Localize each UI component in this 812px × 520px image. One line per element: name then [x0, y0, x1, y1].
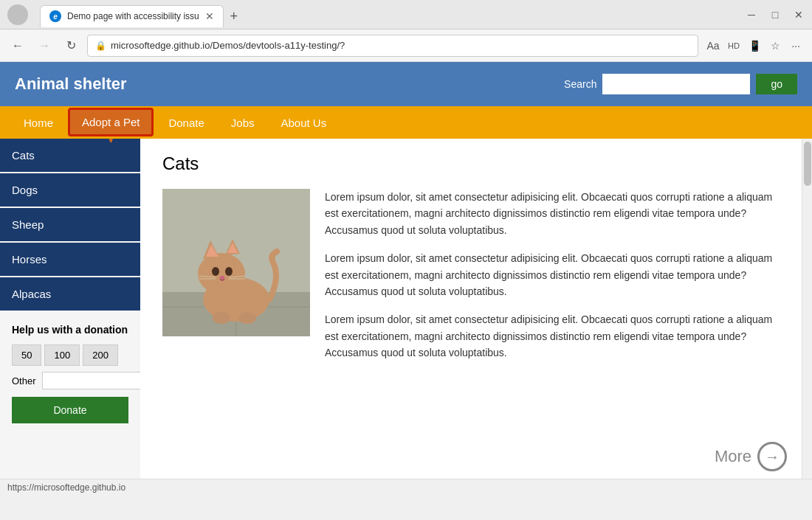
search-input[interactable] — [602, 74, 750, 94]
sidebar-item-cats[interactable]: Cats — [0, 139, 140, 172]
sidebar-item-sheep[interactable]: Sheep — [0, 208, 140, 241]
sidebar-item-horses[interactable]: Horses — [0, 243, 140, 276]
donation-other-label: Other — [12, 375, 36, 386]
more-label: More — [715, 447, 751, 466]
nav-item-adopt[interactable]: Adopt a Pet — [68, 108, 154, 136]
donation-section: Help us with a donation 50 100 200 Other… — [0, 312, 140, 435]
tab-bar: Demo page with accessibility issu ✕ + — [34, 2, 250, 27]
donate-button[interactable]: Donate — [12, 397, 128, 423]
address-text: microsoftedge.github.io/Demos/devtools-a… — [111, 40, 345, 51]
more-circle-icon: → — [757, 442, 787, 471]
content-area: Cats — [140, 139, 802, 479]
svg-point-17 — [213, 312, 230, 324]
content-paragraph-2: Lorem ipsum dolor, sit amet consectetur … — [325, 250, 780, 299]
back-button[interactable]: ← — [7, 35, 28, 56]
donation-amount-50[interactable]: 50 — [12, 344, 41, 366]
new-tab-button[interactable]: + — [224, 7, 244, 27]
donation-amount-100[interactable]: 100 — [44, 344, 80, 366]
restore-button[interactable]: □ — [769, 9, 781, 21]
browser-window: Demo page with accessibility issu ✕ + ─ … — [0, 0, 812, 62]
title-bar-left: Demo page with accessibility issu ✕ + — [7, 2, 740, 27]
cast-icon[interactable]: 📱 — [746, 37, 763, 55]
address-icons: Aa HD 📱 ☆ ··· — [704, 37, 805, 55]
scrollbar[interactable] — [802, 139, 812, 479]
tab-favicon — [49, 10, 61, 22]
favorites-icon[interactable]: ☆ — [766, 37, 784, 55]
search-label: Search — [564, 78, 596, 90]
window-controls: ─ □ ✕ — [746, 9, 805, 21]
content-paragraph-3: Lorem ipsum dolor, sit amet consectetur … — [325, 311, 780, 361]
address-bar: ← → ↻ 🔒 microsoftedge.github.io/Demos/de… — [0, 30, 812, 62]
content-body: Lorem ipsum dolor, sit amet consectetur … — [162, 189, 780, 373]
minimize-button[interactable]: ─ — [746, 9, 757, 21]
nav-item-donate[interactable]: Donate — [156, 111, 216, 135]
donation-other-input[interactable] — [42, 372, 140, 389]
cat-svg — [162, 189, 310, 336]
tab-close-button[interactable]: ✕ — [205, 10, 214, 22]
donation-amount-200[interactable]: 200 — [83, 344, 118, 366]
site-title: Animal shelter — [15, 74, 564, 94]
sidebar-item-dogs[interactable]: Dogs — [0, 173, 140, 207]
site-header: Animal shelter Search go — [0, 62, 812, 106]
svg-point-11 — [225, 267, 233, 276]
cat-image — [162, 189, 310, 336]
more-options-icon[interactable]: ··· — [787, 37, 805, 55]
main-content: Cats Dogs Sheep Horses Alpacas Help us w… — [0, 139, 812, 479]
tab-title: Demo page with accessibility issu — [67, 11, 199, 21]
read-aloud-icon[interactable]: Aa — [704, 37, 722, 55]
content-paragraph-1: Lorem ipsum dolor, sit amet consectetur … — [325, 189, 780, 238]
refresh-button[interactable]: ↻ — [61, 35, 81, 56]
donation-title: Help us with a donation — [12, 324, 128, 336]
sidebar: Cats Dogs Sheep Horses Alpacas Help us w… — [0, 139, 140, 479]
content-text: Lorem ipsum dolor, sit amet consectetur … — [325, 189, 780, 373]
immersive-reader-icon[interactable]: HD — [725, 37, 743, 55]
forward-button[interactable]: → — [34, 35, 55, 56]
nav-item-about[interactable]: About Us — [269, 111, 338, 135]
donation-other: Other — [12, 372, 128, 389]
nav-item-home[interactable]: Home — [12, 111, 65, 135]
svg-point-10 — [212, 267, 219, 276]
svg-point-5 — [198, 253, 245, 294]
title-bar: Demo page with accessibility issu ✕ + ─ … — [0, 0, 812, 30]
svg-point-12 — [220, 276, 224, 279]
donation-amounts: 50 100 200 — [12, 344, 128, 366]
more-link[interactable]: More → — [715, 442, 787, 471]
status-bar: https://microsoftedge.github.io — [0, 479, 812, 495]
site-navigation: Home Adopt a Pet Donate Jobs About Us — [0, 106, 812, 139]
active-tab[interactable]: Demo page with accessibility issu ✕ — [40, 5, 224, 27]
address-field[interactable]: 🔒 microsoftedge.github.io/Demos/devtools… — [87, 35, 698, 57]
scrollbar-thumb[interactable] — [804, 142, 811, 186]
sidebar-item-alpacas[interactable]: Alpacas — [0, 277, 140, 311]
svg-point-18 — [238, 312, 256, 324]
nav-item-jobs[interactable]: Jobs — [219, 111, 266, 135]
status-url: https://microsoftedge.github.io — [7, 482, 125, 493]
profile-icon[interactable] — [7, 4, 28, 25]
close-button[interactable]: ✕ — [793, 9, 805, 21]
website-content: Animal shelter Search go Home Adopt a Pe… — [0, 62, 812, 479]
site-search: Search go — [564, 74, 797, 94]
content-title: Cats — [162, 153, 780, 174]
search-button[interactable]: go — [756, 74, 797, 94]
